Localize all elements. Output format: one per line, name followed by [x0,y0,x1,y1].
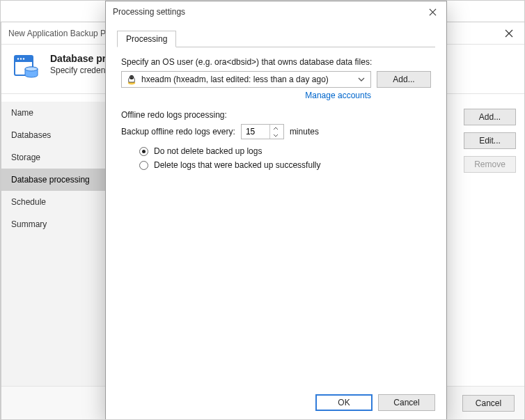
redo-interval-unit: minutes [290,127,319,137]
radio-delete-successful[interactable]: Delete logs that were backed up successf… [139,160,431,170]
tab-panel-processing: Specify an OS user (e.g. ora<dbsid>) tha… [117,47,435,386]
svg-point-3 [20,58,22,59]
spinner-up-button[interactable] [270,125,282,132]
chevron-up-icon [273,127,279,130]
tab-processing[interactable]: Processing [117,31,176,47]
svg-point-2 [17,58,19,59]
redo-interval-spinner[interactable] [241,124,284,139]
os-user-label: Specify an OS user (e.g. ora<dbsid>) tha… [121,57,431,67]
dialog-footer: OK Cancel [106,386,446,419]
wizard-cancel-button[interactable]: Cancel [462,395,515,412]
radio-delete-successful-label: Delete logs that were backed up successf… [154,160,320,170]
wizard-close-button[interactable] [494,22,524,44]
nav-item-storage[interactable]: Storage [1,146,123,169]
nav-item-name[interactable]: Name [1,102,123,124]
os-user-combo[interactable]: hxeadm (hxeadm, last edited: less than a… [121,71,371,88]
cancel-button[interactable]: Cancel [378,394,435,411]
dialog-title: Processing settings [106,7,185,17]
nav-item-schedule[interactable]: Schedule [1,191,123,213]
radio-do-not-delete-label: Do not delete backed up logs [154,146,262,156]
spinner-down-button[interactable] [270,132,282,139]
wizard-add-button[interactable]: Add... [464,109,516,125]
dialog-titlebar: Processing settings [106,1,446,22]
add-os-user-button[interactable]: Add... [377,71,431,88]
database-wizard-icon [13,53,40,81]
svg-point-6 [25,67,38,71]
ok-button[interactable]: OK [315,394,373,411]
nav-item-database-processing[interactable]: Database processing [1,169,123,191]
processing-settings-dialog: Processing settings Processing Specify a… [105,1,447,420]
chevron-down-icon [273,134,279,137]
wizard-title: New Application Backup Policy [1,29,123,38]
wizard-remove-button: Remove [464,156,516,173]
svg-point-8 [130,75,134,79]
os-user-combo-text: hxeadm (hxeadm, last edited: less than a… [141,75,356,84]
redo-interval-label: Backup offline redo logs every: [121,127,235,137]
chevron-down-icon [356,77,366,81]
svg-point-11 [131,77,132,77]
radio-icon [139,161,148,170]
tabstrip: Processing [117,31,435,47]
dialog-close-button[interactable] [418,1,446,22]
radio-do-not-delete[interactable]: Do not delete backed up logs [139,146,431,156]
redo-delete-radiogroup: Do not delete backed up logs Delete logs… [121,146,431,170]
nav-item-databases[interactable]: Databases [1,124,123,146]
redo-logs-section-label: Offline redo logs processing: [121,110,431,120]
redo-interval-input[interactable] [242,125,269,139]
close-icon [429,8,437,16]
svg-point-4 [23,58,24,59]
nav-item-summary[interactable]: Summary [1,213,123,235]
svg-point-12 [132,77,133,77]
radio-icon [139,147,148,156]
wizard-edit-button[interactable]: Edit... [464,132,516,149]
close-icon [505,29,513,38]
linux-user-icon [126,74,137,85]
manage-accounts-link[interactable]: Manage accounts [305,91,371,100]
